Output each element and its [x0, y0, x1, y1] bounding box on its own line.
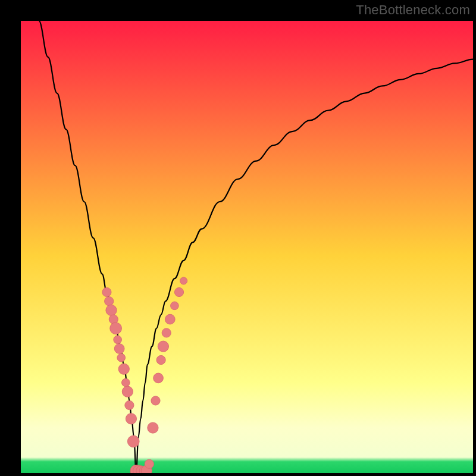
data-marker: [102, 287, 111, 296]
watermark-text: TheBottleneck.com: [356, 2, 470, 18]
data-marker: [117, 353, 126, 362]
data-marker: [162, 328, 171, 337]
data-marker: [174, 287, 183, 296]
data-marker: [110, 322, 122, 334]
chart-frame: TheBottleneck.com: [0, 0, 476, 476]
data-marker: [145, 459, 154, 468]
data-marker: [122, 386, 133, 397]
data-marker: [126, 414, 136, 424]
data-marker: [118, 364, 129, 374]
data-marker: [114, 344, 124, 354]
data-marker: [121, 378, 130, 387]
data-marker: [154, 373, 164, 383]
data-marker: [180, 277, 187, 284]
data-marker: [148, 422, 158, 433]
data-marker: [125, 400, 134, 409]
data-marker: [114, 336, 122, 344]
data-marker: [106, 305, 117, 315]
data-marker: [156, 355, 165, 364]
data-marker: [165, 314, 175, 324]
data-marker: [171, 302, 179, 310]
data-marker: [105, 297, 114, 306]
data-marker: [151, 396, 160, 405]
data-marker: [127, 436, 139, 447]
data-marker: [158, 341, 168, 352]
bottleneck-chart-svg: [21, 21, 473, 473]
gradient-background: [21, 21, 473, 473]
plot-area: [21, 21, 473, 473]
